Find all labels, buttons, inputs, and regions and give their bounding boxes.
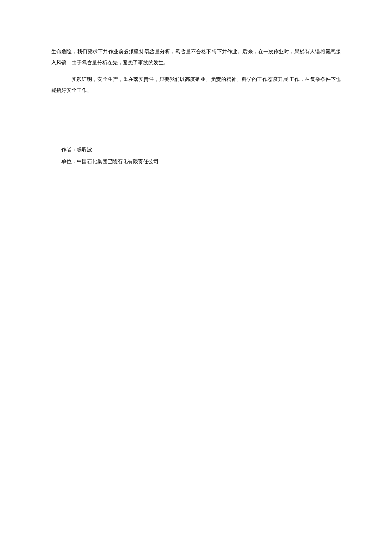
body-paragraph-2: 实践证明，安全生产，重在落实责任，只要我们以高度敬业、负责的精神、科学的工作态度… — [51, 74, 341, 96]
author-line: 作者：杨昕波 — [51, 144, 341, 155]
paragraph-text: 实践证明，安全生产，重在落实责任，只要我们以高度敬业、负责的精神、科学的工作态度… — [51, 76, 341, 93]
unit-label: 单位： — [61, 158, 77, 164]
author-name: 杨昕波 — [77, 147, 92, 152]
unit-line: 单位：中国石化集团巴陵石化有限责任公司 — [51, 156, 341, 167]
body-paragraph-1: 生命危险，我们要求下井作业前必须坚持氧含量分析，氧含量不合格不得下井作业。后来，… — [51, 46, 341, 69]
unit-name: 中国石化集团巴陵石化有限责任公司 — [77, 158, 159, 164]
author-label: 作者： — [61, 147, 77, 152]
paragraph-text: 生命危险，我们要求下井作业前必须坚持氧含量分析，氧含量不合格不得下井作业。后来，… — [51, 49, 341, 66]
spacer — [51, 98, 341, 144]
